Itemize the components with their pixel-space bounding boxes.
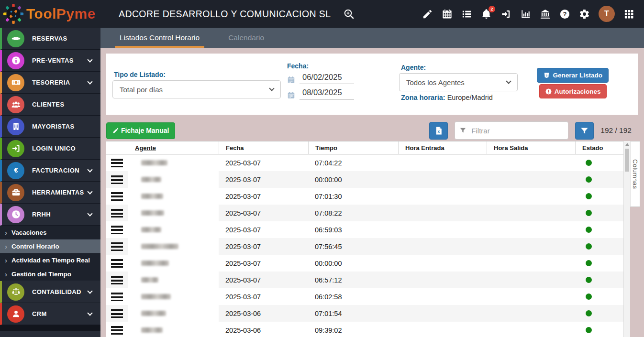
- app-logo[interactable]: ToolPyme: [0, 3, 101, 24]
- table-row[interactable]: 2025-03-0609:39:02: [106, 322, 623, 337]
- clock-icon: [7, 206, 24, 223]
- fecha-cell: 2025-03-07: [219, 221, 308, 238]
- table-row[interactable]: 2025-03-0707:04:22: [106, 154, 623, 171]
- pencil-icon: [112, 127, 119, 134]
- hora-entrada-cell: [398, 322, 487, 337]
- sidebar-item-contabilidad[interactable]: CONTABILIDAD: [0, 281, 100, 303]
- agente-cell: [128, 238, 219, 255]
- fichaje-manual-label: Fichaje Manual: [121, 127, 169, 134]
- sidebar-subitem-actividad-en-tiempo-real[interactable]: ›Actividad en Tiempo Real: [0, 253, 100, 267]
- estado-dot: [586, 210, 592, 216]
- apps-grid-icon[interactable]: [623, 9, 634, 20]
- fecha-hasta-value[interactable]: 08/03/2025: [300, 88, 354, 99]
- sidebar-item-pre-ventas[interactable]: PRE-VENTAS: [0, 50, 100, 72]
- table-row[interactable]: 2025-03-0707:01:30: [106, 188, 623, 205]
- row-menu-icon[interactable]: [111, 276, 123, 284]
- row-menu-icon[interactable]: [111, 259, 123, 268]
- bank-icon[interactable]: [540, 9, 551, 20]
- row-menu-icon[interactable]: [111, 192, 123, 201]
- column-header-agente[interactable]: Agente: [128, 141, 219, 154]
- column-header-fecha[interactable]: Fecha: [219, 141, 308, 154]
- row-menu-icon[interactable]: [111, 226, 123, 234]
- action-buttons: 5 Generar Listado Autorizaciones: [537, 68, 609, 98]
- table-scrollbar[interactable]: [623, 141, 630, 337]
- pencil-icon[interactable]: [422, 9, 433, 20]
- bar-chart-icon[interactable]: [520, 9, 531, 20]
- columnas-tab[interactable]: Columnas: [630, 141, 640, 207]
- redacted-agent-name: [141, 160, 167, 165]
- row-menu-icon[interactable]: [111, 309, 123, 318]
- sidebar-item-crm[interactable]: CRM: [0, 303, 100, 325]
- agente-value: Todos los Agentes: [406, 78, 465, 87]
- filter-input[interactable]: [455, 121, 568, 140]
- sidebar-subitem-vacaciones[interactable]: ›Vacaciones: [0, 226, 100, 239]
- sidebar-menu: RESERVASPRE-VENTASTESORERIACLIENTESMAYOR…: [0, 28, 100, 337]
- fecha-hasta-field[interactable]: 08/03/2025: [287, 88, 354, 99]
- row-menu-icon[interactable]: [111, 293, 123, 301]
- sidebar-subitem-gestion-del-tiempo[interactable]: ›Gestión del Tiempo: [0, 267, 100, 281]
- generar-listado-button[interactable]: 5 Generar Listado: [537, 68, 609, 83]
- apply-filter-button[interactable]: [575, 122, 594, 140]
- help-icon[interactable]: ?: [559, 9, 570, 20]
- hora-salida-cell: [487, 255, 575, 272]
- sidebar-item-mayoristas[interactable]: MAYORISTAS: [0, 116, 100, 138]
- submenu-item-label: Control Horario: [11, 243, 59, 250]
- scroll-up-arrow-icon[interactable]: [625, 143, 629, 146]
- scrollbar-thumb[interactable]: [625, 149, 629, 172]
- column-header-estado[interactable]: Estado: [575, 141, 623, 154]
- row-menu-icon[interactable]: [111, 175, 123, 184]
- tab-listados-control-horario[interactable]: Listados Control Horario: [115, 28, 204, 48]
- notification-badge: 2: [489, 6, 495, 12]
- sidebar-subitem-control-horario[interactable]: ›Control Horario: [0, 239, 100, 253]
- estado-cell: [575, 154, 623, 171]
- row-menu-icon[interactable]: [111, 159, 123, 167]
- export-excel-button[interactable]: x: [429, 122, 448, 140]
- row-menu-icon[interactable]: [111, 242, 123, 251]
- calendar-icon[interactable]: [442, 9, 453, 20]
- tiempo-cell: 00:00:00: [308, 255, 398, 272]
- fecha-cell: 2025-03-07: [219, 238, 308, 255]
- fecha-cell: 2025-03-07: [219, 255, 308, 272]
- sidebar-item-rrhh[interactable]: RRHH: [0, 204, 100, 226]
- column-header-hora-entrada[interactable]: Hora Entrada: [398, 141, 487, 154]
- column-header-tiempo[interactable]: Tiempo: [308, 141, 398, 154]
- sidebar-item-login-unico[interactable]: LOGIN UNICO: [0, 138, 100, 160]
- table-row[interactable]: 2025-03-0700:00:00: [106, 171, 623, 188]
- tipo-listado-select[interactable]: Total por días: [112, 80, 281, 98]
- sidebar-item-clientes[interactable]: CLIENTES: [0, 94, 100, 116]
- table-row[interactable]: 2025-03-0707:08:22: [106, 205, 623, 221]
- fecha-cell: 2025-03-07: [219, 171, 308, 188]
- search-plus-icon[interactable]: [343, 8, 355, 20]
- zona-horaria: Zona horaria: Europe/Madrid: [401, 94, 493, 101]
- fichaje-manual-button[interactable]: Fichaje Manual: [106, 122, 175, 139]
- sidebar-item-reservas[interactable]: RESERVAS: [0, 28, 100, 50]
- autorizaciones-button[interactable]: Autorizaciones: [539, 84, 607, 98]
- tab-calendario[interactable]: Calendario: [223, 28, 269, 48]
- fecha-cell: 2025-03-07: [219, 272, 308, 288]
- main-area: Listados Control Horario Calendario Tipo…: [100, 28, 644, 337]
- table-row[interactable]: 2025-03-0607:01:54: [106, 305, 623, 322]
- agente-select[interactable]: Todos los Agentes: [399, 73, 518, 91]
- row-menu-cell: [106, 272, 128, 288]
- row-menu-icon[interactable]: [111, 209, 123, 217]
- info-icon: [7, 52, 24, 69]
- table-row[interactable]: 2025-03-0706:02:58: [106, 288, 623, 305]
- sign-in-icon[interactable]: [500, 9, 511, 20]
- sidebar-item-label: MAYORISTAS: [32, 123, 75, 130]
- row-menu-icon[interactable]: [111, 326, 123, 335]
- list-icon[interactable]: [461, 9, 472, 20]
- table-row[interactable]: 2025-03-0706:57:12: [106, 272, 623, 288]
- fecha-desde-value[interactable]: 06/02/2025: [300, 73, 354, 84]
- sidebar-item-herramientas[interactable]: HERRAMIENTAS: [0, 182, 100, 204]
- table-row[interactable]: 2025-03-0700:00:00: [106, 255, 623, 272]
- sidebar-item-facturacion[interactable]: €FACTURACION: [0, 160, 100, 182]
- column-header-hora-salida[interactable]: Hora Salida: [487, 141, 575, 154]
- table-row[interactable]: 2025-03-0707:56:45: [106, 238, 623, 255]
- html5-icon: 5: [543, 72, 550, 79]
- fecha-desde-field[interactable]: 06/02/2025: [287, 73, 354, 84]
- sidebar-item-tesoreria[interactable]: TESORERIA: [0, 72, 100, 94]
- user-avatar[interactable]: T: [599, 6, 615, 22]
- bell-icon[interactable]: 2: [481, 9, 492, 20]
- gear-icon[interactable]: [579, 9, 590, 20]
- table-row[interactable]: 2025-03-0706:59:03: [106, 221, 623, 238]
